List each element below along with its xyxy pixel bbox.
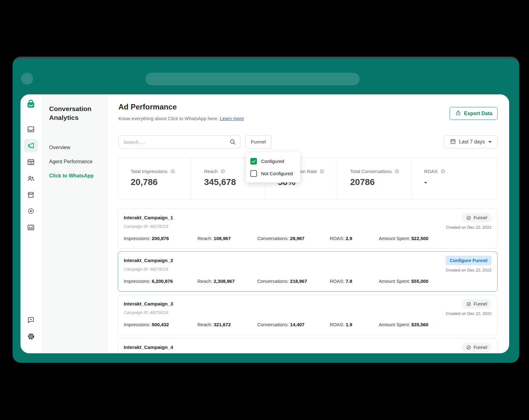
- funnel-status-label: Funnel: [474, 215, 487, 220]
- rail-item-inbox[interactable]: [24, 122, 38, 136]
- funnel-status-label: Funnel: [474, 301, 487, 306]
- rail-item-contacts[interactable]: [24, 171, 38, 185]
- info-icon[interactable]: [441, 169, 445, 174]
- check-circle-icon: [466, 301, 471, 307]
- campaign-metrics: Impressions:6,200,876 Reach:2,308,967 Co…: [124, 278, 492, 284]
- rail-item-analytics[interactable]: [24, 221, 38, 234]
- sidebar-menu: Overview Agent Performance Click to What…: [49, 143, 107, 181]
- screenshot-stage: Conversation Analytics Overview Agent Pe…: [0, 0, 529, 420]
- sidebar: Conversation Analytics Overview Agent Pe…: [42, 94, 107, 353]
- checkbox-unchecked-icon[interactable]: [250, 170, 257, 177]
- megaphone-icon: [27, 142, 35, 150]
- stat-label: Reach: [204, 169, 218, 174]
- rail-item-commerce[interactable]: [24, 188, 38, 202]
- learn-more-link[interactable]: Learn more: [220, 116, 244, 121]
- brand-bag-icon: [26, 99, 36, 109]
- search-icon: [229, 138, 236, 147]
- rail-item-whats-new[interactable]: [24, 313, 38, 327]
- funnel-status-pill[interactable]: Funnel: [462, 299, 492, 309]
- stat-total-conversations: Total Conversations 20786: [337, 158, 411, 199]
- chevron-down-icon: [488, 141, 492, 143]
- info-icon[interactable]: [395, 169, 399, 174]
- stats-summary-bar: Total Impressions 20,786 Reach 345,678 C…: [118, 158, 498, 199]
- campaign-created-date: Created on Dec 22, 2022: [446, 311, 492, 316]
- metric-reach: Reach:2,308,967: [197, 278, 257, 284]
- export-data-label: Export Data: [464, 111, 492, 116]
- bar-chart-icon: [27, 223, 35, 232]
- rail-item-sync[interactable]: [24, 204, 38, 218]
- campaign-metrics: Impressions:200,876 Reach:108,967 Conver…: [124, 236, 492, 241]
- sidebar-item-agent-performance[interactable]: Agent Performance: [49, 157, 107, 166]
- funnel-status-pill[interactable]: Funnel: [462, 343, 492, 352]
- inbox-icon: [27, 125, 35, 133]
- calendar-icon: [450, 138, 456, 146]
- metric-conversations: Conversations:28,967: [257, 236, 330, 241]
- stat-total-impressions: Total Impressions 20,786: [118, 158, 191, 199]
- info-icon[interactable]: [320, 169, 324, 174]
- funnel-status-label: Funnel: [474, 345, 487, 350]
- campaign-card-1[interactable]: Interakt_Campaign_1 Campaign ID: 4827821…: [118, 209, 498, 249]
- browser-window-frame: Conversation Analytics Overview Agent Pe…: [13, 57, 519, 363]
- campaign-card-2[interactable]: Interakt_Campaign_2 Campaign ID: 4827821…: [118, 251, 498, 292]
- funnel-option-configured[interactable]: Configured: [246, 155, 300, 167]
- campaign-created-date: Created on Dec 22, 2022: [446, 268, 492, 272]
- search-input[interactable]: [118, 135, 240, 148]
- metric-roas: ROAS:2.9: [330, 236, 379, 241]
- stat-value: 20786: [350, 177, 411, 187]
- window-circle-decoration: [21, 73, 33, 85]
- metric-impressions: Impressions:200,876: [124, 236, 197, 241]
- campaign-id: Campaign ID: 48278219: [124, 310, 492, 316]
- store-icon: [27, 191, 35, 199]
- export-icon: [455, 110, 461, 117]
- funnel-filter-button[interactable]: Funnel: [245, 135, 271, 148]
- settings-gear-icon: [27, 332, 35, 341]
- icon-rail: [20, 94, 42, 353]
- funnel-filter-dropdown: Configured Not Configured: [246, 152, 300, 182]
- rail-item-brand[interactable]: [24, 97, 38, 111]
- users-icon: [27, 174, 35, 182]
- rail-item-settings[interactable]: [24, 329, 38, 343]
- window-address-bar-decoration: [145, 73, 360, 85]
- rail-item-pages[interactable]: [24, 155, 38, 169]
- configure-funnel-button[interactable]: Configure Funnel: [446, 256, 492, 265]
- stat-value: 20,786: [131, 177, 191, 187]
- campaign-id: Campaign ID: 48278219: [124, 266, 492, 272]
- date-range-button[interactable]: Last 7 days: [444, 135, 498, 148]
- page-subtitle-text: Know everything about Click to WhatsApp …: [118, 116, 219, 121]
- search-box: [118, 135, 240, 148]
- metric-roas: ROAS:7.8: [330, 278, 379, 284]
- metric-conversations: Conversations:14,407: [257, 322, 330, 327]
- stat-label: Total Conversations: [350, 169, 392, 174]
- metric-conversations: Conversations:218,967: [257, 278, 330, 284]
- metric-roas: ROAS:1.9: [330, 322, 379, 327]
- table-columns-icon: [27, 158, 35, 166]
- campaign-name: Interakt_Campaign_1: [124, 213, 492, 222]
- metric-amount-spent: Amount Spent:$22,500: [379, 236, 492, 241]
- stat-label: ROAS: [424, 169, 438, 174]
- funnel-option-not-configured[interactable]: Not Configured: [246, 167, 300, 180]
- campaign-id: Campaign ID: 48278219: [124, 224, 492, 229]
- funnel-status-pill[interactable]: Funnel: [462, 213, 492, 222]
- sync-plus-icon: [27, 207, 35, 215]
- campaign-name: Interakt_Campaign_2: [124, 256, 492, 265]
- campaign-name: Interakt_Campaign_4: [124, 343, 492, 352]
- metric-amount-spent: Amount Spent:$35,560: [379, 322, 492, 327]
- checkbox-checked-icon[interactable]: [250, 158, 257, 165]
- sidebar-title: Conversation Analytics: [49, 104, 100, 122]
- chat-new-icon: [27, 316, 35, 324]
- rail-item-campaigns[interactable]: [24, 139, 38, 153]
- info-icon[interactable]: [170, 169, 175, 174]
- campaign-card-4[interactable]: Interakt_Campaign_4 Funnel: [118, 338, 498, 353]
- campaign-card-3[interactable]: Interakt_Campaign_3 Campaign ID: 4827821…: [118, 295, 498, 335]
- sidebar-item-overview[interactable]: Overview: [49, 143, 107, 152]
- check-circle-icon: [466, 345, 471, 350]
- stat-label: Total Impressions: [131, 169, 168, 174]
- metric-impressions: Impressions:6,200,876: [124, 278, 197, 284]
- metric-impressions: Impressions:500,432: [124, 322, 197, 327]
- export-data-button[interactable]: Export Data: [450, 107, 498, 120]
- stat-roas: ROAS -: [411, 158, 497, 199]
- app-card: Conversation Analytics Overview Agent Pe…: [20, 94, 509, 353]
- sidebar-item-click-to-whatsapp[interactable]: Click to WhatsApp: [49, 171, 107, 181]
- info-icon[interactable]: [220, 169, 225, 174]
- campaign-created-date: Created on Dec 22, 2022: [446, 225, 492, 230]
